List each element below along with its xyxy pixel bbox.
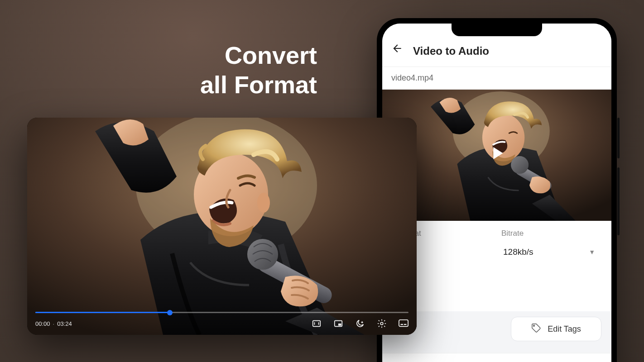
play-icon[interactable]: [486, 143, 507, 168]
picture-in-picture-icon[interactable]: [333, 319, 343, 329]
bitrate-value: 128kb/s: [503, 247, 533, 257]
current-time: 00:00: [35, 320, 50, 327]
svg-point-9: [257, 193, 270, 213]
svg-rect-15: [338, 324, 341, 326]
back-arrow-icon[interactable]: [391, 43, 403, 57]
chevron-down-icon: ▼: [589, 248, 595, 256]
video-frame-image: [27, 118, 417, 335]
tag-icon: [531, 323, 541, 335]
phone-side-button: [617, 118, 620, 158]
control-icons: [312, 319, 409, 329]
gear-icon[interactable]: [377, 319, 387, 329]
player-controls: 00:00 · 03:24: [27, 312, 417, 335]
bitrate-select[interactable]: 128kb/s ▼: [501, 244, 597, 260]
bitrate-header: Bitrate: [501, 229, 597, 238]
time-labels: 00:00 · 03:24: [35, 320, 72, 327]
advance-setting-row[interactable]: Advance Setting: [382, 353, 611, 362]
svg-point-16: [380, 322, 383, 325]
svg-point-5: [511, 156, 529, 174]
headline: Convert all Format: [127, 41, 317, 100]
headline-line1: Convert: [225, 42, 317, 69]
duration: 03:24: [57, 320, 72, 327]
headline-line2: all Format: [200, 71, 317, 98]
svg-rect-18: [401, 324, 404, 325]
video-player: 00:00 · 03:24: [27, 118, 417, 335]
app-title: Video to Audio: [413, 45, 489, 57]
edit-tags-label: Edit Tags: [548, 324, 581, 334]
bitrate-column: Bitrate 128kb/s ▼: [497, 221, 601, 311]
svg-rect-13: [313, 321, 321, 327]
captions-icon[interactable]: [399, 319, 409, 329]
svg-rect-17: [399, 320, 408, 327]
file-name-label: video4.mp4: [382, 67, 611, 90]
time-separator: ·: [53, 320, 55, 327]
night-mode-icon[interactable]: [355, 319, 365, 329]
svg-rect-19: [404, 324, 407, 325]
progress-thumb[interactable]: [167, 310, 173, 315]
phone-side-button: [617, 167, 620, 235]
progress-bar[interactable]: [35, 312, 409, 313]
phone-notch: [452, 24, 542, 36]
edit-tags-button[interactable]: Edit Tags: [511, 317, 601, 341]
aspect-ratio-icon[interactable]: [312, 319, 322, 329]
progress-fill: [35, 312, 170, 313]
